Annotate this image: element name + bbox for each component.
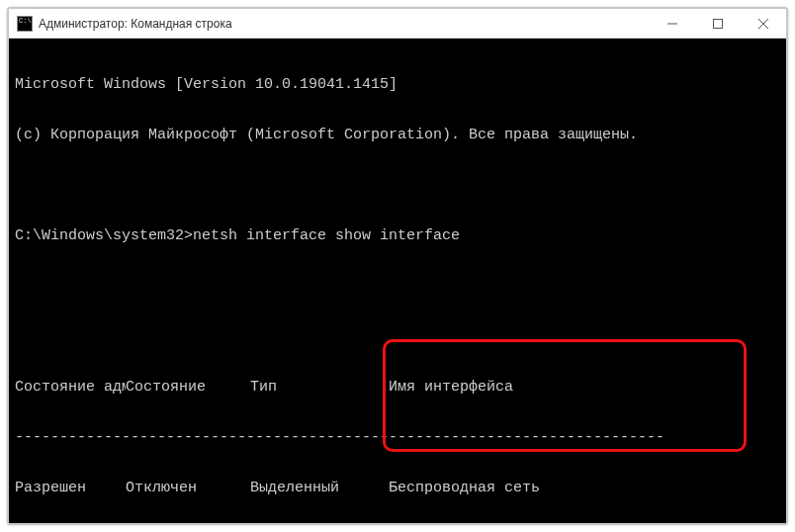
cmd-window: Администратор: Командная строка Microsof… [7, 7, 788, 525]
interface-table: Состояние адм. Состояние Тип Имя интерфе… [15, 345, 780, 523]
header-state: Состояние [126, 379, 250, 396]
prompt-line-1: C:\Windows\system32>netsh interface show… [15, 227, 780, 244]
title-bar[interactable]: Администратор: Командная строка [9, 9, 786, 39]
maximize-button[interactable] [695, 9, 741, 39]
table-separator: ----------------------------------------… [15, 429, 780, 446]
header-type: Тип [250, 379, 389, 396]
cmd-icon [17, 16, 33, 32]
header-admin-state: Состояние адм. [15, 379, 126, 396]
minimize-button[interactable] [650, 9, 695, 39]
header-iface: Имя интерфейса [389, 379, 780, 396]
banner-line1: Microsoft Windows [Version 10.0.19041.14… [15, 76, 780, 93]
entered-command: netsh interface show interface [193, 227, 460, 244]
banner-line2: (c) Корпорация Майкрософт (Microsoft Cor… [15, 127, 780, 143]
terminal-body[interactable]: Microsoft Windows [Version 10.0.19041.14… [9, 39, 786, 523]
svg-rect-1 [714, 19, 723, 28]
window-title: Администратор: Командная строка [39, 17, 232, 31]
close-button[interactable] [741, 9, 786, 39]
table-row: Разрешен Отключен Выделенный Беспроводна… [15, 480, 780, 496]
table-header-row: Состояние адм. Состояние Тип Имя интерфе… [15, 379, 780, 396]
prompt-path: C:\Windows\system32> [15, 227, 193, 244]
